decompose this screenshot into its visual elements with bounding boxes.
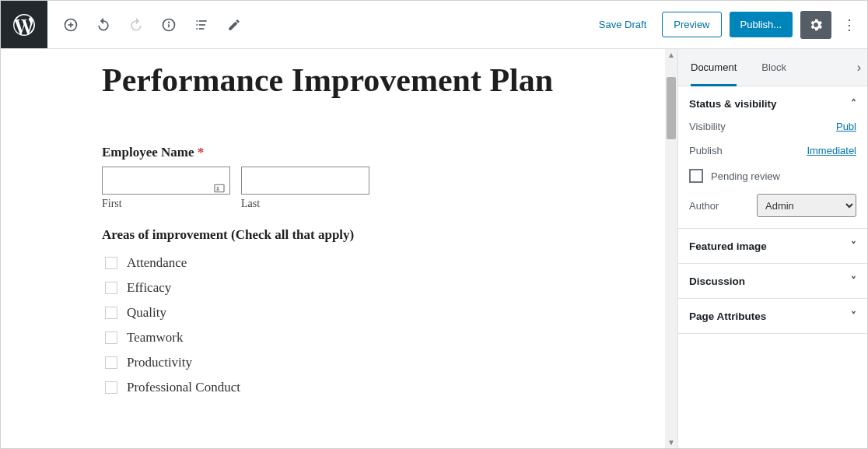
checkbox-efficacy[interactable]: Efficacy <box>102 275 665 300</box>
checkbox-productivity[interactable]: Productivity <box>102 350 665 375</box>
save-draft-button[interactable]: Save Draft <box>591 14 654 35</box>
author-select[interactable]: Admin <box>757 194 856 217</box>
panel-discussion[interactable]: Discussion˅ <box>689 275 856 287</box>
tab-document[interactable]: Document <box>678 49 749 86</box>
checkbox-icon[interactable] <box>105 381 117 394</box>
checkbox-icon[interactable] <box>105 356 117 369</box>
checkbox-icon[interactable] <box>105 331 117 344</box>
contact-card-icon <box>213 182 226 195</box>
wordpress-logo[interactable] <box>1 1 47 48</box>
svg-rect-6 <box>196 20 198 22</box>
close-sidebar-icon[interactable]: › <box>851 49 867 86</box>
checkbox-icon[interactable] <box>105 307 117 319</box>
areas-label: Areas of improvement (Check all that app… <box>102 227 665 243</box>
preview-button[interactable]: Preview <box>662 12 721 37</box>
checkbox-icon[interactable] <box>105 282 117 294</box>
svg-rect-8 <box>196 24 198 26</box>
chevron-down-icon: ˅ <box>851 310 856 322</box>
last-sublabel: Last <box>241 198 369 210</box>
settings-gear-button[interactable] <box>800 11 831 39</box>
publish-link[interactable]: Immediatel <box>807 145 856 156</box>
checkbox-teamwork[interactable]: Teamwork <box>102 325 665 350</box>
svg-rect-11 <box>199 28 205 30</box>
scroll-up-icon[interactable]: ▲ <box>667 51 675 59</box>
scroll-down-icon[interactable]: ▼ <box>667 438 675 447</box>
editor-canvas[interactable]: Performance Improvement Plan Employee Na… <box>1 49 665 448</box>
svg-rect-7 <box>199 20 207 22</box>
edit-icon[interactable] <box>226 17 242 33</box>
chevron-up-icon: ˄ <box>851 97 856 110</box>
settings-sidebar: Document Block › Status & visibility˄ Vi… <box>677 49 867 448</box>
employee-name-label: Employee Name * <box>102 145 665 160</box>
visibility-label: Visibility <box>689 121 726 132</box>
outline-icon[interactable] <box>194 17 209 33</box>
svg-point-5 <box>169 22 170 23</box>
first-sublabel: First <box>102 198 230 210</box>
tab-block[interactable]: Block <box>749 49 799 86</box>
publish-label: Publish <box>689 145 723 156</box>
panel-featured-image[interactable]: Featured image˅ <box>689 240 856 252</box>
checkbox-quality[interactable]: Quality <box>102 300 665 325</box>
checkbox-icon[interactable] <box>105 257 117 269</box>
svg-rect-9 <box>199 24 205 26</box>
panel-status-visibility[interactable]: Status & visibility˄ <box>689 97 856 110</box>
chevron-down-icon: ˅ <box>851 240 856 252</box>
panel-page-attributes[interactable]: Page Attributes˅ <box>689 310 856 322</box>
checkbox-attendance[interactable]: Attendance <box>102 251 665 275</box>
publish-button[interactable]: Publish... <box>730 12 793 37</box>
pending-review-checkbox[interactable] <box>689 169 703 183</box>
last-name-input[interactable] <box>241 167 369 195</box>
top-toolbar: Save Draft Preview Publish... ⋮ <box>1 1 867 49</box>
visibility-link[interactable]: Publ <box>836 121 856 132</box>
pending-review-label: Pending review <box>711 170 780 182</box>
checkbox-professional-conduct[interactable]: Professional Conduct <box>102 375 665 400</box>
page-title[interactable]: Performance Improvement Plan <box>102 61 665 100</box>
chevron-down-icon: ˅ <box>851 275 856 287</box>
more-options-icon[interactable]: ⋮ <box>839 16 859 33</box>
first-name-input[interactable] <box>102 167 230 195</box>
svg-point-13 <box>217 187 219 189</box>
svg-rect-12 <box>215 185 224 192</box>
scrollbar[interactable]: ▲ ▼ <box>665 49 677 448</box>
scrollbar-thumb[interactable] <box>667 77 676 139</box>
publish-tools: Save Draft Preview Publish... ⋮ <box>591 1 867 48</box>
info-icon[interactable] <box>161 17 177 33</box>
author-label: Author <box>689 200 719 212</box>
editor-tools <box>47 1 242 48</box>
redo-icon[interactable] <box>128 17 144 33</box>
undo-icon[interactable] <box>96 17 111 33</box>
add-block-icon[interactable] <box>63 17 79 33</box>
svg-rect-10 <box>196 28 198 30</box>
